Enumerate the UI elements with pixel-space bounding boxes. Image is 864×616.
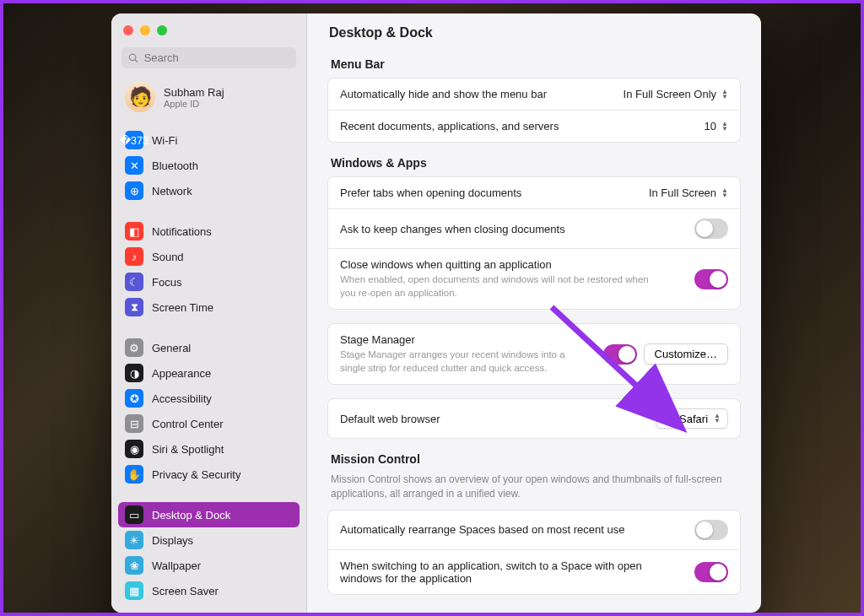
sidebar-item-label: Privacy & Security <box>152 468 240 481</box>
search-input[interactable] <box>144 51 289 64</box>
sidebar-item-label: Desktop & Dock <box>152 509 230 521</box>
switch-space-toggle[interactable] <box>694 562 728 582</box>
control-center-icon: ⊟ <box>125 414 143 433</box>
wi-fi-icon: �373 <box>125 131 143 149</box>
auto-rearrange-label: Automatically rearrange Spaces based on … <box>340 523 684 536</box>
profile-name: Subham Raj <box>164 86 224 99</box>
row-recents: Recent documents, applications, and serv… <box>328 110 740 142</box>
panel-mission-control: Automatically rearrange Spaces based on … <box>327 510 741 595</box>
fullscreen-window-button[interactable] <box>157 25 167 35</box>
stage-label: Stage Manager <box>340 333 593 346</box>
row-autohide-menubar: Automatically hide and show the menu bar… <box>328 78 740 110</box>
row-ask-keep: Ask to keep changes when closing documen… <box>328 208 740 248</box>
row-switch-space: When switching to an application, switch… <box>328 549 740 594</box>
autohide-label: Automatically hide and show the menu bar <box>340 88 613 100</box>
sidebar-item-label: Wi-Fi <box>152 134 177 147</box>
sidebar-item-bluetooth[interactable]: ✕Bluetooth <box>118 153 300 178</box>
sidebar-item-appearance[interactable]: ◑Appearance <box>118 360 300 386</box>
apple-id-profile[interactable]: 🧑 Subham Raj Apple ID <box>111 75 306 124</box>
minimize-window-button[interactable] <box>140 25 150 35</box>
appearance-icon: ◑ <box>125 364 143 382</box>
recents-value: 10 <box>705 120 716 132</box>
focus-icon: ☾ <box>125 273 143 291</box>
sidebar-item-notifications[interactable]: ◧Notifications <box>118 219 300 244</box>
search-field-wrap[interactable] <box>122 47 296 68</box>
panel-winapps: Prefer tabs when opening documents In Fu… <box>327 176 741 310</box>
sidebar-item-siri-spotlight[interactable]: ◉Siri & Spotlight <box>118 436 300 462</box>
recents-dropdown[interactable]: 10 ▲▼ <box>705 120 728 132</box>
close-windows-toggle[interactable] <box>694 269 728 289</box>
autohide-dropdown[interactable]: In Full Screen Only ▲▼ <box>624 88 728 100</box>
close-windows-label: Close windows when quitting an applicati… <box>340 258 684 271</box>
panel-menubar: Automatically hide and show the menu bar… <box>327 78 741 143</box>
sidebar-item-label: Control Center <box>152 418 224 430</box>
network-icon: ⊕ <box>125 181 143 200</box>
sidebar-item-displays[interactable]: ☀Displays <box>118 527 300 553</box>
chevron-updown-icon: ▲▼ <box>714 413 721 424</box>
sidebar-item-label: Screen Saver <box>152 585 219 597</box>
row-default-browser: Default web browser Safari ▲▼ <box>328 399 740 438</box>
accessibility-icon: ✪ <box>125 389 143 408</box>
chevron-updown-icon: ▲▼ <box>721 89 728 100</box>
ask-keep-label: Ask to keep changes when closing documen… <box>340 223 684 235</box>
prefer-tabs-dropdown[interactable]: In Full Screen ▲▼ <box>649 186 728 199</box>
prefer-tabs-value: In Full Screen <box>649 186 716 199</box>
profile-sub: Apple ID <box>164 99 224 109</box>
sidebar-item-label: Wallpaper <box>152 559 201 572</box>
traffic-lights <box>111 14 306 44</box>
safari-icon <box>662 412 675 425</box>
stage-desc: Stage Manager arranges your recent windo… <box>340 349 593 375</box>
panel-stage-manager: Stage Manager Stage Manager arranges you… <box>327 323 741 385</box>
sidebar-item-general[interactable]: ⚙General <box>118 335 300 360</box>
screen-saver-icon: ▦ <box>125 581 143 600</box>
sidebar-item-label: Network <box>152 185 192 197</box>
customize-button[interactable]: Customize… <box>644 343 728 365</box>
sidebar-item-accessibility[interactable]: ✪Accessibility <box>118 386 300 411</box>
sidebar-item-wi-fi[interactable]: �373Wi-Fi <box>118 127 300 153</box>
chevron-updown-icon: ▲▼ <box>721 122 728 132</box>
sidebar-item-label: Siri & Spotlight <box>152 443 224 456</box>
sidebar-item-network[interactable]: ⊕Network <box>118 178 300 203</box>
sidebar-item-screen-time[interactable]: ⧗Screen Time <box>118 294 300 320</box>
ask-keep-toggle[interactable] <box>694 219 728 239</box>
close-window-button[interactable] <box>123 25 133 35</box>
sidebar-item-focus[interactable]: ☾Focus <box>118 269 300 294</box>
section-mission-header: Mission Control <box>331 452 737 466</box>
main-content: Desktop & Dock Menu Bar Automatically hi… <box>307 14 761 613</box>
sidebar-item-sound[interactable]: ♪Sound <box>118 244 300 269</box>
bluetooth-icon: ✕ <box>125 156 143 175</box>
row-stage-manager: Stage Manager Stage Manager arranges you… <box>328 324 740 384</box>
sidebar-item-wallpaper[interactable]: ❀Wallpaper <box>118 553 300 578</box>
auto-rearrange-toggle[interactable] <box>694 520 728 540</box>
section-mission-desc: Mission Control shows an overview of you… <box>331 473 737 501</box>
sidebar-item-label: Focus <box>152 276 181 289</box>
search-icon <box>128 52 139 64</box>
sidebar-item-label: Displays <box>152 534 193 547</box>
displays-icon: ☀ <box>125 531 143 549</box>
avatar: 🧑 <box>125 82 155 112</box>
autohide-value: In Full Screen Only <box>624 88 717 100</box>
sound-icon: ♪ <box>125 247 143 266</box>
page-title: Desktop & Dock <box>329 25 741 41</box>
sidebar-item-desktop-dock[interactable]: ▭Desktop & Dock <box>118 502 300 527</box>
prefer-tabs-label: Prefer tabs when opening documents <box>340 186 639 199</box>
sidebar-item-screen-saver[interactable]: ▦Screen Saver <box>118 578 300 603</box>
sidebar-item-privacy-security[interactable]: ✋Privacy & Security <box>118 462 300 487</box>
stage-toggle[interactable] <box>603 344 637 365</box>
sidebar-item-label: Sound <box>152 251 184 263</box>
section-menubar-header: Menu Bar <box>331 57 737 71</box>
screen-time-icon: ⧗ <box>125 298 143 316</box>
wallpaper-icon: ❀ <box>125 556 143 575</box>
sidebar: 🧑 Subham Raj Apple ID �373Wi-Fi✕Bluetoot… <box>111 14 307 613</box>
general-icon: ⚙ <box>125 338 143 357</box>
panel-default-browser: Default web browser Safari ▲▼ <box>327 398 741 439</box>
row-prefer-tabs: Prefer tabs when opening documents In Fu… <box>328 177 740 208</box>
desktop-dock-icon: ▭ <box>125 505 143 524</box>
default-browser-label: Default web browser <box>340 413 645 425</box>
sidebar-item-control-center[interactable]: ⊟Control Center <box>118 411 300 436</box>
sidebar-item-label: Screen Time <box>152 301 213 314</box>
switch-space-label: When switching to an application, switch… <box>340 559 661 585</box>
default-browser-dropdown[interactable]: Safari ▲▼ <box>656 408 728 429</box>
row-auto-rearrange: Automatically rearrange Spaces based on … <box>328 511 740 549</box>
sidebar-item-label: Appearance <box>152 367 211 380</box>
